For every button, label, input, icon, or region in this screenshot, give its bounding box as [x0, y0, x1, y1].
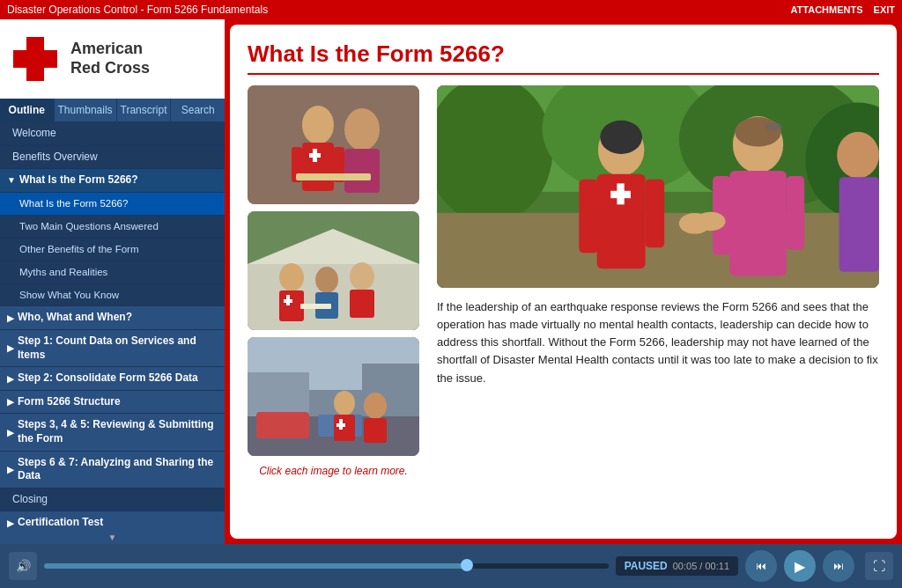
outline-panel: Welcome Benefits Overview ▼ What Is the …: [0, 122, 225, 530]
progress-fill: [44, 563, 467, 569]
outline-item-myths[interactable]: Myths and Realities: [0, 261, 225, 284]
svg-point-56: [735, 117, 781, 146]
svg-point-57: [765, 122, 782, 131]
svg-rect-12: [309, 153, 321, 158]
svg-point-20: [350, 262, 374, 290]
logo-text: American Red Cross: [70, 40, 150, 77]
svg-point-32: [334, 391, 355, 415]
sidebar: American Red Cross Outline Thumbnails Tr…: [0, 19, 225, 544]
chevron-right-icon-3: ▶: [7, 373, 14, 385]
svg-point-58: [837, 132, 879, 179]
svg-point-16: [279, 263, 304, 291]
step-forward-icon: ⏭: [833, 560, 844, 572]
sidebar-scrollbar[interactable]: ▼: [0, 530, 225, 544]
svg-rect-10: [296, 173, 371, 180]
chevron-right-icon-1: ▶: [7, 312, 14, 324]
volume-button[interactable]: 🔊: [9, 552, 37, 580]
chevron-right-icon-4: ▶: [7, 396, 14, 408]
fullscreen-icon: ⛶: [873, 559, 885, 573]
svg-rect-30: [256, 412, 309, 438]
player-bar: 🔊 PAUSED 00:05 / 00:11 ⏮ ▶ ⏭ ⛶: [0, 544, 902, 588]
svg-point-61: [696, 212, 725, 232]
outline-item-cert-test[interactable]: ▶ Certification Test: [0, 511, 225, 530]
progress-thumb[interactable]: [461, 559, 473, 571]
body-text: If the leadership of an earthquake respo…: [437, 298, 879, 387]
outline-item-two-main[interactable]: Two Main Questions Answered: [0, 216, 225, 239]
titlebar-buttons: ATTACHMENTS EXIT: [790, 4, 895, 15]
svg-rect-24: [300, 304, 331, 309]
image-1-svg: [248, 85, 419, 204]
volume-icon: 🔊: [16, 559, 31, 573]
outline-item-form-structure[interactable]: ▶ Form 5266 Structure: [0, 391, 225, 415]
svg-point-8: [344, 108, 380, 151]
content-title: What Is the Form 5266?: [248, 40, 879, 75]
svg-rect-51: [610, 191, 631, 198]
images-column: Click each image to learn more.: [248, 85, 419, 523]
chevron-right-icon-7: ▶: [7, 518, 14, 529]
attachments-button[interactable]: ATTACHMENTS: [790, 4, 862, 15]
exit-button[interactable]: EXIT: [874, 4, 895, 15]
step-back-button[interactable]: ⏮: [745, 550, 777, 582]
svg-rect-17: [279, 290, 304, 321]
outline-item-step1[interactable]: ▶ Step 1: Count Data on Services and Ite…: [0, 330, 225, 367]
progress-bar[interactable]: [44, 563, 609, 569]
tab-thumbnails[interactable]: Thumbnails: [55, 99, 117, 121]
outline-item-benefits-overview[interactable]: Benefits Overview: [0, 146, 225, 170]
chevron-right-icon-5: ▶: [7, 427, 14, 438]
image-3-svg: [248, 337, 419, 456]
image-3[interactable]: [248, 337, 419, 456]
svg-rect-9: [344, 149, 380, 193]
step-forward-button[interactable]: ⏭: [823, 550, 854, 582]
play-icon: ▶: [795, 558, 805, 575]
chevron-right-icon-2: ▶: [7, 342, 14, 354]
content-inner: What Is the Form 5266?: [230, 25, 897, 539]
outline-item-step2[interactable]: ▶ Step 2: Consolidate Form 5266 Data: [0, 367, 225, 391]
svg-rect-35: [364, 418, 387, 443]
svg-point-4: [302, 106, 334, 144]
svg-point-49: [600, 121, 642, 154]
status-badge: PAUSED 00:05 / 00:11: [616, 556, 738, 576]
red-cross-icon: [9, 33, 62, 85]
svg-rect-55: [787, 176, 804, 250]
svg-rect-53: [729, 171, 787, 276]
svg-rect-5: [302, 143, 334, 191]
outline-item-steps67[interactable]: ▶ Steps 6 & 7: Analyzing and Sharing the…: [0, 452, 225, 489]
image-2[interactable]: [248, 211, 419, 330]
click-hint: Click each image to learn more.: [248, 465, 419, 477]
outline-item-welcome[interactable]: Welcome: [0, 122, 225, 146]
fullscreen-button[interactable]: ⛶: [865, 552, 893, 580]
tab-search[interactable]: Search: [171, 99, 225, 121]
outline-item-who-what-when[interactable]: ▶ Who, What and When?: [0, 306, 225, 330]
svg-rect-23: [284, 299, 292, 303]
outline-item-what-is-form-header[interactable]: ▼ What Is the Form 5266?: [0, 169, 225, 193]
svg-rect-47: [579, 180, 598, 254]
large-image[interactable]: [437, 85, 879, 288]
outline-item-steps345[interactable]: ▶ Steps 3, 4 & 5: Reviewing & Submitting…: [0, 414, 225, 451]
paused-label: PAUSED: [625, 560, 668, 572]
svg-point-18: [315, 267, 338, 293]
tab-transcript[interactable]: Transcript: [117, 99, 172, 121]
play-button[interactable]: ▶: [784, 550, 816, 582]
svg-rect-37: [336, 423, 345, 427]
outline-item-closing1[interactable]: Closing: [0, 489, 225, 512]
step-back-icon: ⏮: [756, 560, 766, 572]
svg-point-34: [364, 393, 387, 419]
svg-rect-2: [13, 50, 57, 68]
outline-item-show-what[interactable]: Show What You Know: [0, 284, 225, 307]
tab-outline[interactable]: Outline: [0, 99, 55, 121]
chevron-down-icon: ▼: [7, 174, 16, 186]
main-layout: American Red Cross Outline Thumbnails Tr…: [0, 19, 902, 544]
svg-rect-59: [839, 177, 879, 272]
logo-area: American Red Cross: [0, 19, 225, 99]
image-2-svg: [248, 211, 419, 330]
time-display: 00:05 / 00:11: [673, 561, 729, 571]
outline-item-what-is-form-sub[interactable]: What Is the Form 5266?: [0, 193, 225, 216]
app-title: Disaster Operations Control - Form 5266 …: [7, 4, 268, 16]
outline-item-other-benefits[interactable]: Other Benefits of the Form: [0, 239, 225, 261]
chevron-right-icon-6: ▶: [7, 464, 14, 475]
image-1[interactable]: [248, 85, 419, 204]
titlebar: Disaster Operations Control - Form 5266 …: [0, 0, 902, 19]
svg-rect-48: [646, 180, 665, 248]
content-body: Click each image to learn more.: [248, 85, 879, 523]
large-image-svg: [437, 85, 879, 288]
